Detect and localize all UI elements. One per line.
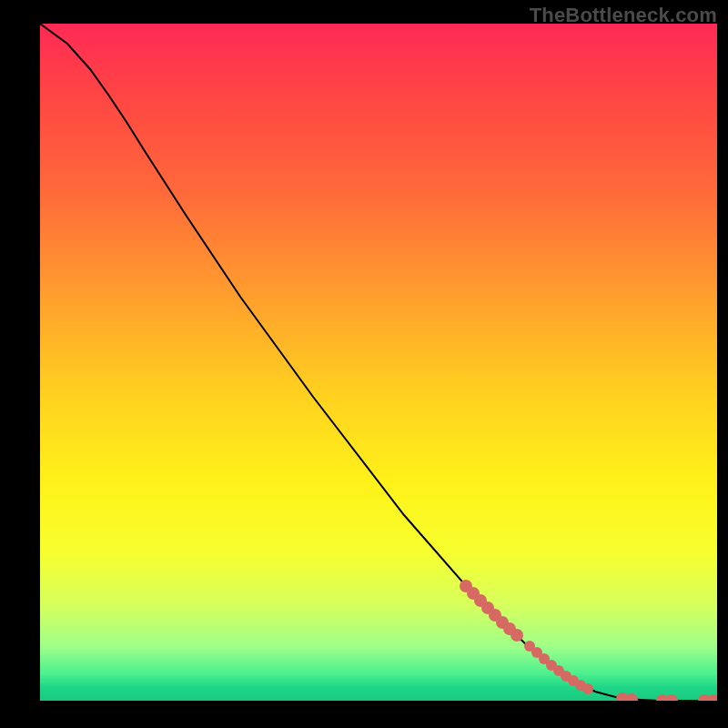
plot-area xyxy=(40,24,717,701)
data-marker xyxy=(511,629,523,642)
data-marker xyxy=(665,694,678,701)
curve-svg xyxy=(40,24,717,701)
chart-frame: TheBottleneck.com xyxy=(0,0,728,728)
data-marker xyxy=(707,694,717,701)
data-marker xyxy=(582,683,593,694)
data-marker xyxy=(625,693,638,701)
watermark-label: TheBottleneck.com xyxy=(530,4,717,27)
bottleneck-curve xyxy=(40,24,717,701)
curve-markers xyxy=(460,580,717,701)
